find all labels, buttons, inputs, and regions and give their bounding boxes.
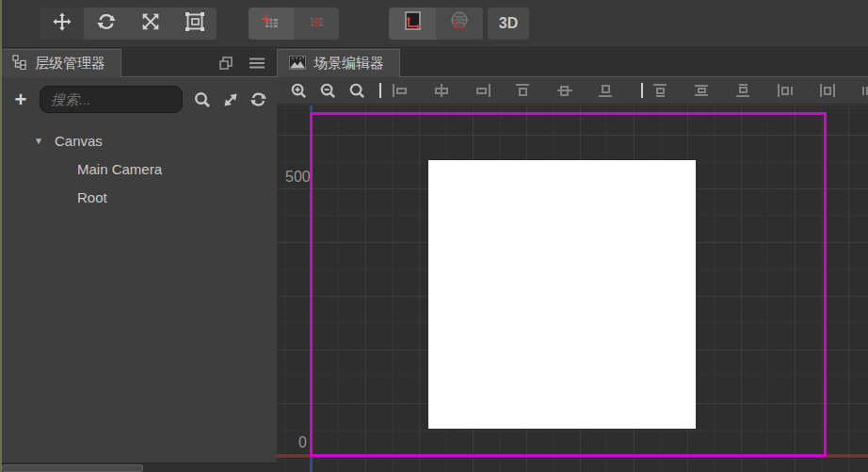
zoom-in-icon[interactable]: [290, 82, 308, 100]
expand-icon[interactable]: [222, 91, 239, 108]
hierarchy-toolbar: +: [0, 77, 277, 117]
distribute-vcenter-icon[interactable]: [694, 83, 713, 98]
scrollbar-thumb[interactable]: [2, 464, 143, 472]
refresh-icon[interactable]: [249, 90, 267, 108]
tab-hierarchy[interactable]: 层级管理器: [0, 49, 121, 77]
scene-viewport[interactable]: 500 0: [277, 106, 868, 472]
hierarchy-icon: [12, 55, 27, 73]
search-icon[interactable]: [193, 90, 212, 109]
ruler-label-0: 0: [298, 434, 307, 451]
pivot-position-button[interactable]: [249, 8, 294, 40]
tree-node-label: Root: [77, 189, 107, 205]
menu-icon[interactable]: [249, 57, 265, 70]
align-hcenter-icon[interactable]: [432, 83, 451, 98]
rotate-icon: [96, 11, 117, 36]
pivot-center-button[interactable]: [294, 8, 339, 40]
ruler-label-500: 500: [285, 169, 311, 186]
editor-window: 3D 层级管理器 +: [0, 0, 868, 472]
hierarchy-panel-header: 层级管理器: [0, 49, 277, 77]
pivot-center-icon: [305, 10, 328, 37]
tree-node-label: Canvas: [55, 133, 103, 149]
scene-icon: [289, 56, 306, 73]
move-tool-button[interactable]: [40, 8, 84, 40]
tab-scene-label: 场景编辑器: [313, 55, 384, 73]
tree-node-label: Main Camera: [77, 161, 162, 177]
toolbar-separator: [379, 83, 381, 98]
clone-panel-icon[interactable]: [218, 56, 233, 71]
tab-scene[interactable]: 场景编辑器: [277, 49, 400, 77]
tree-node-root[interactable]: Root: [0, 183, 277, 211]
chevron-down-icon[interactable]: ▼: [34, 136, 45, 146]
align-bottom-icon[interactable]: [598, 83, 617, 98]
pivot-tool-group: [249, 8, 339, 40]
transform-tool-group: [40, 8, 217, 40]
align-vcenter-icon[interactable]: [556, 83, 575, 98]
local-coordinate-button[interactable]: [389, 8, 436, 40]
view-mode-3d-button[interactable]: 3D: [488, 8, 529, 40]
hierarchy-horizontal-scrollbar[interactable]: [0, 463, 277, 472]
search-input[interactable]: [40, 86, 183, 113]
hierarchy-panel: 层级管理器 + ▼ Canvas Mai: [0, 49, 277, 472]
add-node-button[interactable]: +: [12, 91, 29, 108]
align-top-icon[interactable]: [515, 83, 534, 98]
coordinate-tool-group: [389, 8, 483, 40]
align-left-icon[interactable]: [391, 83, 410, 98]
scene-panel-header: 场景编辑器: [277, 49, 868, 77]
distribute-right-icon[interactable]: [860, 83, 868, 98]
main-toolbar: 3D: [0, 0, 868, 48]
align-right-icon[interactable]: [474, 83, 492, 98]
zoom-out-icon[interactable]: [319, 82, 337, 100]
scale-tool-button[interactable]: [128, 8, 172, 40]
y-axis-line: [310, 456, 313, 472]
distribute-bottom-icon[interactable]: [735, 83, 754, 98]
canvas-content-node[interactable]: [428, 160, 696, 429]
world-coordinate-button[interactable]: [436, 8, 483, 40]
distribute-hcenter-icon[interactable]: [818, 83, 837, 98]
rotate-tool-button[interactable]: [84, 8, 128, 40]
scale-icon: [141, 12, 160, 35]
scene-toolbar: [277, 77, 868, 105]
tree-node-canvas[interactable]: ▼ Canvas: [0, 126, 277, 155]
tab-hierarchy-label: 层级管理器: [35, 55, 105, 73]
toolbar-separator: [641, 83, 643, 98]
rect-transform-tool-button[interactable]: [172, 8, 217, 40]
pivot-position-icon: [260, 10, 282, 37]
local-coordinate-icon: [400, 9, 425, 38]
hierarchy-header-icons: [218, 49, 265, 77]
move-icon: [52, 11, 72, 36]
tree-node-main-camera[interactable]: Main Camera: [0, 155, 277, 183]
world-coordinate-icon: [447, 9, 472, 38]
rect-transform-icon: [184, 10, 206, 37]
zoom-reset-icon[interactable]: [348, 82, 366, 100]
panel-area: 层级管理器 + ▼ Canvas Mai: [0, 49, 868, 472]
distribute-top-icon[interactable]: [652, 83, 671, 98]
hierarchy-tree: ▼ Canvas Main Camera Root: [0, 126, 277, 211]
distribute-left-icon[interactable]: [777, 83, 796, 98]
window-edge: [0, 0, 2, 472]
scene-panel: 场景编辑器: [277, 49, 868, 472]
